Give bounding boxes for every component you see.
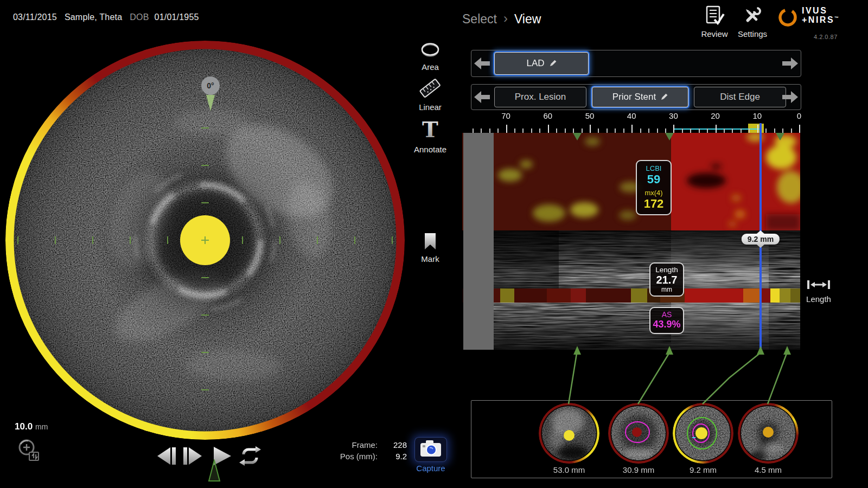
segment-button-prox-lesion[interactable]: Prox. Lesion	[494, 87, 586, 107]
vessel-next-arrow[interactable]	[782, 57, 798, 69]
thumbnail-ring	[608, 403, 669, 464]
thumbnail-31mm[interactable]: 30.9 mm	[608, 403, 669, 474]
bookmark-icon	[423, 232, 437, 251]
thumbnail-label: 53.0 mm	[538, 465, 600, 474]
dob-value: 01/01/1955	[155, 12, 199, 22]
pullback-ruler[interactable]: 706050403020100	[462, 111, 831, 133]
segment-label: Prox. Lesion	[515, 92, 566, 102]
ivus-image	[5, 41, 405, 440]
as-value: 43.9%	[653, 319, 681, 331]
position-value: 9.2	[378, 451, 407, 462]
length-measure-icon	[806, 279, 831, 290]
frame-info: Frame:228 Pos (mm):9.2	[302, 439, 407, 462]
frame-label: Frame:	[302, 439, 378, 451]
thumbnail-ring	[539, 403, 599, 464]
thumbnail-9mm[interactable]: 9.2 mm	[672, 403, 734, 474]
thumbnail-label: 9.2 mm	[672, 465, 734, 474]
patient-name: Sample, Theta	[65, 12, 122, 22]
ivus-cross-section[interactable]: 0°	[5, 41, 405, 440]
tool-area-label: Area	[411, 62, 450, 72]
tool-linear-button[interactable]: Linear	[411, 78, 450, 112]
tool-linear-label: Linear	[411, 102, 450, 112]
thumbnail-4mm[interactable]: 4.5 mm	[737, 403, 799, 474]
lcbi-value: 59	[639, 172, 668, 186]
length-label: Length	[653, 266, 681, 274]
scale-indicator: 10.0mm	[15, 421, 48, 432]
thumbnail-panel: 53.0 mm 3	[471, 400, 832, 478]
vessel-label: LAD	[526, 58, 544, 69]
vessel-prev-arrow[interactable]	[474, 57, 490, 69]
annotate-text-icon: T	[418, 118, 442, 141]
study-date: 03/11/2015	[13, 12, 57, 22]
segment-selector-row: Prox. Lesion Prior Stent Dist Edge	[471, 84, 801, 110]
block-chemogram-strip	[462, 288, 800, 303]
as-badge: AS 43.9%	[649, 307, 684, 334]
pullback-start-bar	[463, 133, 494, 350]
previous-frame-icon	[155, 446, 178, 466]
vessel-selector-row: LAD	[471, 50, 801, 77]
zoom-tool-icon[interactable]	[16, 438, 41, 462]
scale-value: 10.0	[15, 421, 33, 432]
thumbnail-ring	[738, 403, 799, 464]
tool-annotate-button[interactable]: T Annotate	[411, 118, 450, 154]
length-badge: Length 21.7 mm	[649, 262, 684, 297]
camera-icon	[419, 439, 443, 458]
segment-label: Prior Stent	[612, 92, 656, 102]
frame-value: 228	[378, 439, 407, 451]
segment-next-arrow[interactable]	[782, 91, 798, 103]
thumbnail-ring	[673, 403, 733, 464]
area-icon	[420, 42, 441, 59]
chemogram-markers	[462, 133, 800, 142]
ruler-range-line	[673, 129, 761, 130]
svg-text:T: T	[422, 118, 438, 141]
capture-icon-box	[414, 437, 447, 462]
mx-value: 172	[639, 197, 668, 210]
tool-annotate-label: Annotate	[411, 145, 450, 154]
segment-button-dist-edge[interactable]: Dist Edge	[694, 87, 786, 107]
loop-button[interactable]	[238, 446, 263, 468]
scale-unit: mm	[35, 422, 48, 431]
length-unit: mm	[653, 286, 681, 293]
dob-label: DOB	[130, 12, 149, 22]
lcbi-label: LCBI	[639, 164, 668, 172]
tool-mark-button[interactable]: Mark	[411, 232, 450, 264]
thumbnail-label: 30.9 mm	[608, 465, 669, 474]
position-cursor-tooltip[interactable]: 9.2 mm	[742, 234, 780, 245]
position-label: Pos (mm):	[302, 451, 378, 462]
segment-label: Dist Edge	[720, 92, 760, 102]
capture-label: Capture	[413, 464, 448, 473]
edit-pencil-icon	[660, 93, 668, 101]
thumbnail-label: 4.5 mm	[737, 465, 799, 474]
segment-prev-arrow[interactable]	[474, 91, 490, 103]
angle-marker-badge[interactable]: 0°	[201, 76, 220, 95]
previous-frame-button[interactable]	[155, 446, 178, 468]
mx-label: mx(4)	[639, 189, 668, 197]
app-root: 03/11/2015Sample, ThetaDOB01/01/1955 Sel…	[0, 0, 868, 488]
tool-length-label: Length	[800, 294, 838, 304]
segment-button-prior-stent[interactable]: Prior Stent	[592, 87, 688, 107]
capture-button[interactable]: Capture	[413, 437, 448, 473]
vessel-button-lad[interactable]: LAD	[494, 52, 589, 75]
loop-icon	[238, 446, 263, 466]
right-panel: LAD Prox. Lesion Prior Stent	[462, 0, 868, 488]
angle-marker-pointer-icon	[206, 95, 215, 111]
length-value: 21.7	[653, 274, 681, 286]
tool-area-button[interactable]: Area	[411, 42, 450, 72]
thumbnail-53mm[interactable]: 53.0 mm	[538, 403, 600, 474]
edit-pencil-icon	[549, 60, 557, 67]
tool-length-button[interactable]: Length	[800, 279, 838, 304]
patient-info: 03/11/2015Sample, ThetaDOB01/01/1955	[13, 12, 207, 22]
as-label: AS	[653, 310, 681, 319]
linear-ruler-icon	[418, 78, 442, 99]
bottom-marker-icon	[207, 459, 221, 482]
tool-mark-label: Mark	[411, 254, 450, 264]
lcbi-badge: LCBI 59 mx(4) 172	[636, 160, 672, 215]
next-frame-button[interactable]	[181, 446, 204, 468]
next-frame-icon	[181, 446, 204, 466]
